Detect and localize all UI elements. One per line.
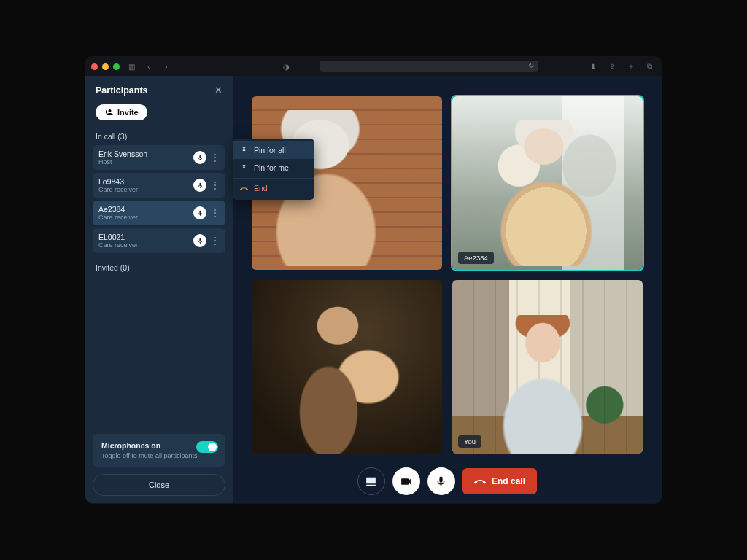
- more-icon[interactable]: ⋮: [211, 181, 220, 190]
- invited-label: Invited (0): [85, 253, 233, 282]
- video-grid: Ae2384 You: [233, 76, 662, 459]
- minimize-window-icon[interactable]: [102, 63, 109, 70]
- menu-end[interactable]: End: [233, 178, 314, 197]
- mic-icon[interactable]: [193, 234, 206, 247]
- shield-icon[interactable]: ◑: [280, 61, 292, 72]
- nav-back-icon[interactable]: ‹: [143, 61, 155, 72]
- menu-pin-for-me[interactable]: Pin for me: [233, 159, 314, 176]
- close-button[interactable]: Close: [93, 474, 225, 496]
- video-tile[interactable]: [252, 280, 442, 454]
- window-controls[interactable]: [91, 63, 120, 70]
- app-window: ▥ ‹ › ◑ ⬇ ⇪ ＋ ⧉ Participants ✕ Invite In…: [85, 57, 662, 503]
- mic-icon: [435, 475, 447, 488]
- participant-tag: You: [458, 435, 481, 448]
- microphone-button[interactable]: [427, 467, 455, 495]
- hangup-icon: [474, 475, 486, 487]
- close-window-icon[interactable]: [91, 63, 98, 70]
- participant-tag: Ae2384: [458, 252, 494, 264]
- screenshare-button[interactable]: [357, 467, 385, 495]
- end-call-button[interactable]: End call: [462, 468, 537, 494]
- hangup-icon: [240, 184, 248, 192]
- participant-row[interactable]: EL0021Care receiver ⋮: [93, 228, 225, 253]
- more-icon[interactable]: ⋮: [211, 153, 220, 162]
- download-icon[interactable]: ⬇: [587, 61, 599, 72]
- participant-row[interactable]: Lo9843Care receiver ⋮: [93, 173, 225, 198]
- camera-icon: [400, 475, 412, 488]
- panel-title: Participants: [96, 85, 148, 96]
- menu-pin-for-all[interactable]: Pin for all: [233, 141, 314, 159]
- participants-panel: Participants ✕ Invite In call (3) Erik S…: [85, 76, 233, 503]
- invite-button[interactable]: Invite: [96, 104, 147, 120]
- share-icon[interactable]: ⇪: [606, 61, 618, 72]
- more-icon[interactable]: ⋮: [211, 209, 220, 217]
- nav-forward-icon[interactable]: ›: [160, 61, 172, 72]
- participant-row[interactable]: Ae2384Care receiver ⋮: [93, 201, 225, 225]
- in-call-label: In call (3): [85, 128, 233, 145]
- video-tile-pinned[interactable]: Ae2384: [452, 96, 643, 270]
- toggle-switch[interactable]: [196, 441, 218, 453]
- sidebar-toggle-icon[interactable]: ▥: [125, 61, 137, 72]
- participant-context-menu: Pin for all Pin for me End: [233, 139, 314, 200]
- participant-row[interactable]: Erik SvenssonHost ⋮: [93, 145, 225, 170]
- mic-icon[interactable]: [193, 179, 206, 192]
- video-call-app: Participants ✕ Invite In call (3) Erik S…: [85, 76, 662, 503]
- participant-list: Erik SvenssonHost ⋮ Lo9843Care receiver …: [85, 145, 233, 253]
- microphones-toggle[interactable]: Microphones on Toggle off to mute all pa…: [93, 434, 225, 467]
- close-icon[interactable]: ✕: [214, 85, 222, 96]
- more-icon[interactable]: ⋮: [211, 236, 220, 245]
- tabs-overview-icon[interactable]: ⧉: [644, 61, 656, 72]
- mic-icon[interactable]: [193, 151, 206, 164]
- screen-icon: [365, 475, 377, 488]
- pin-icon: [240, 147, 248, 155]
- maximize-window-icon[interactable]: [113, 63, 120, 70]
- pin-icon: [240, 164, 248, 172]
- new-tab-icon[interactable]: ＋: [625, 61, 637, 72]
- video-tile-self[interactable]: You: [452, 280, 643, 454]
- address-bar[interactable]: [320, 61, 538, 72]
- call-controls: End call: [233, 459, 662, 503]
- camera-button[interactable]: [392, 467, 420, 495]
- mic-icon[interactable]: [193, 206, 206, 219]
- browser-toolbar: ▥ ‹ › ◑ ⬇ ⇪ ＋ ⧉: [85, 57, 662, 76]
- add-user-icon: [104, 108, 113, 117]
